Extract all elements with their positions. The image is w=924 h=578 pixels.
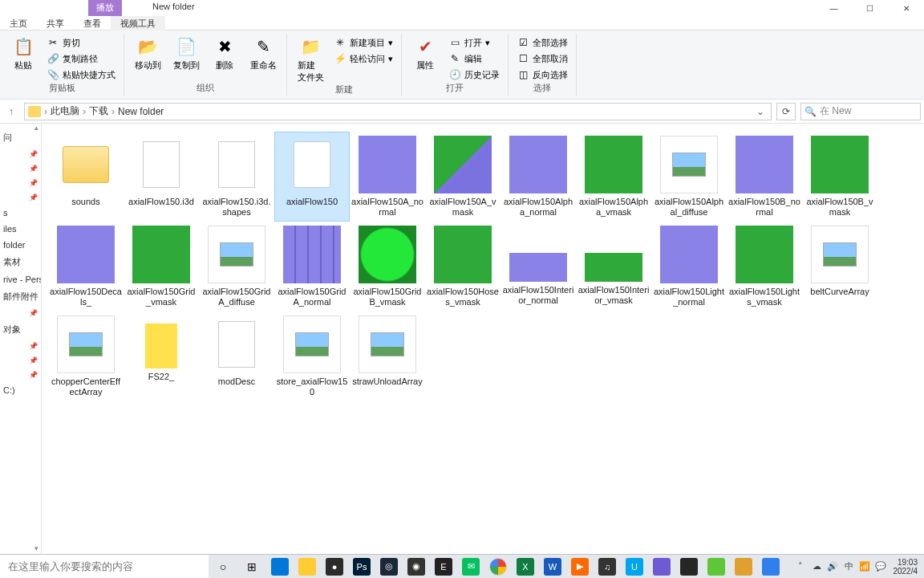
tab-home[interactable]: 主页 [0,16,37,31]
tab-video-tools[interactable]: 视频工具 [111,16,165,31]
taskbar-app[interactable]: E [430,555,457,579]
file-item[interactable]: axialFlow150.i3d.shapes [199,132,274,222]
tray-volume-icon[interactable]: 🔊 [825,560,840,574]
address-dropdown[interactable]: ⌄ [753,106,768,117]
crumb-pc[interactable]: 此电脑 [51,104,79,118]
file-item[interactable]: strawUnloadArray [350,311,425,401]
breadcrumb[interactable]: › 此电脑 › 下载 › New folder ⌄ [24,103,772,120]
crumb-folder[interactable]: New folder [118,106,164,117]
sidebar-item[interactable]: 邮件附件 [2,287,39,306]
file-item[interactable]: axialFlow150Light_normal [651,222,727,311]
file-item[interactable]: store_axialFlow150 [274,311,350,401]
file-item[interactable]: axialFlow150 [274,132,350,222]
rename-button[interactable]: ✎重命名 [246,35,280,71]
tray-expand-icon[interactable]: ˄ [793,560,808,574]
move-to-button[interactable]: 📂移动到 [131,35,164,71]
file-view[interactable]: soundsaxialFlow150.i3daxialFlow150.i3d.s… [42,124,924,554]
file-item[interactable]: axialFlow150A_normal [350,132,425,222]
copy-path-button[interactable]: 🔗复制路径 [45,51,117,66]
up-button[interactable]: ↑ [3,106,19,117]
tray-wifi-icon[interactable]: 📶 [857,560,872,574]
invert-selection-button[interactable]: ◫反向选择 [515,67,569,82]
paste-button[interactable]: 📋 粘贴 [6,35,40,71]
file-item[interactable]: axialFlow150Alphal_diffuse [651,132,727,222]
taskbar-search[interactable]: 在这里输入你要搜索的内容 [0,555,209,579]
taskbar-app[interactable]: ♫ [594,555,621,579]
sidebar-item[interactable]: 📌 [2,176,39,190]
file-item[interactable]: beltCurveArray [802,222,877,311]
file-item[interactable]: axialFlow150Hoses_vmask [425,222,500,311]
file-item[interactable]: axialFlow150GridB_vmask [350,222,425,311]
file-item[interactable]: axialFlow150GridA_diffuse [199,222,274,311]
sidebar-item[interactable]: 📌 [2,306,39,320]
sidebar-item[interactable]: folder [2,237,39,253]
file-item[interactable]: axialFlow150Lights_vmask [727,222,802,311]
file-item[interactable]: axialFlow150Alpha_normal [500,132,576,222]
select-all-button[interactable]: ☑全部选择 [515,35,569,50]
taskbar-app[interactable] [703,555,730,579]
sidebar-item[interactable]: 📌 [2,190,39,205]
new-item-button[interactable]: ✳新建项目 ▾ [332,35,395,50]
sidebar-item[interactable]: 📌 [2,161,39,176]
taskbar-app[interactable]: X [512,555,539,579]
tray-notif-icon[interactable]: 💬 [873,560,888,574]
tray-ime-icon[interactable]: 中 [841,560,856,574]
sidebar-item[interactable]: 📌 [2,339,39,353]
file-item[interactable]: axialFlow150Interior_normal [500,222,576,311]
sidebar-item[interactable]: 📌 [2,368,39,382]
file-item[interactable]: FS22_ [124,311,199,401]
taskbar-app[interactable] [730,555,757,579]
taskbar-app[interactable]: U [621,555,648,579]
tab-view[interactable]: 查看 [74,16,111,31]
maximize-button[interactable]: ☐ [852,0,888,16]
taskbar-app[interactable] [484,555,512,579]
paste-shortcut-button[interactable]: 📎粘贴快捷方式 [45,67,117,82]
taskbar-app[interactable] [675,555,703,579]
sidebar-item[interactable]: 素材 [2,253,39,271]
file-item[interactable]: axialFlow150Interior_vmask [576,222,651,311]
taskbar-app[interactable]: ◎ [375,555,403,579]
sidebar-item[interactable]: 📌 [2,353,39,368]
taskbar-app[interactable]: W [539,555,566,579]
tray-cloud-icon[interactable]: ☁ [809,560,824,574]
file-item[interactable]: axialFlow150B_normal [727,132,802,222]
sidebar-item[interactable]: 📌 [2,147,39,161]
new-folder-button[interactable]: 📁新建 文件夹 [294,35,327,83]
scroll-up[interactable]: ▴ [31,124,41,133]
task-view-icon[interactable]: ⊞ [237,555,266,579]
sidebar-item[interactable]: s [2,205,39,221]
taskbar-app[interactable]: ✉ [457,555,484,579]
taskbar-clock[interactable]: 19:03 2022/4 [890,558,921,576]
crumb-downloads[interactable]: 下载 [89,104,108,118]
file-item[interactable]: axialFlow150A_vmask [425,132,500,222]
properties-button[interactable]: ✔属性 [408,35,442,71]
taskbar-app[interactable]: Ps [348,555,375,579]
taskbar-app[interactable]: ◉ [403,555,430,579]
copy-to-button[interactable]: 📄复制到 [169,35,203,71]
file-item[interactable]: axialFlow150.i3d [124,132,199,222]
file-item[interactable]: axialFlow150Alpha_vmask [576,132,651,222]
sidebar-item[interactable]: C:) [2,382,39,398]
cut-button[interactable]: ✂剪切 [45,35,117,50]
file-item[interactable]: sounds [48,132,124,222]
file-item[interactable]: modDesc [199,311,274,401]
tab-share[interactable]: 共享 [37,16,74,31]
history-button[interactable]: 🕘历史记录 [447,67,501,82]
sidebar-item[interactable]: rive - Pers [2,271,39,287]
minimize-button[interactable]: — [816,0,852,16]
taskbar-app[interactable] [648,555,675,579]
edit-button[interactable]: ✎编辑 [447,51,501,66]
close-button[interactable]: ✕ [888,0,924,16]
navigation-pane[interactable]: ▴ 问📌📌📌📌silesfolder素材rive - Pers邮件附件📌对象📌📌… [0,124,42,554]
context-tab-play[interactable]: 播放 [88,0,122,16]
file-item[interactable]: axialFlow150Grid_vmask [124,222,199,311]
file-item[interactable]: chopperCenterEffectArray [48,311,124,401]
taskbar-app[interactable] [294,555,321,579]
file-item[interactable]: axialFlow150GridA_normal [274,222,350,311]
cortana-icon[interactable]: ○ [209,555,237,579]
taskbar-app[interactable]: ▶ [566,555,594,579]
refresh-button[interactable]: ⟳ [776,103,796,120]
sidebar-item[interactable]: iles [2,221,39,237]
search-box[interactable]: 🔍 在 New [800,103,921,120]
taskbar-app[interactable] [757,555,784,579]
